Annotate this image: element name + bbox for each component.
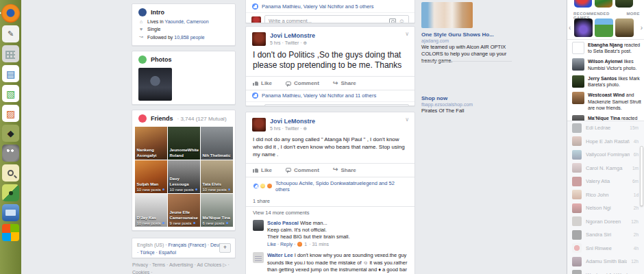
contacts-card-icon[interactable]	[2, 204, 19, 221]
ticker-story[interactable]: Westcoast Wind and Mackenzie Samuel Stru…	[572, 92, 642, 111]
ad-title[interactable]: One Style Guru Shows Ho...	[421, 32, 512, 38]
game-icon[interactable]	[574, 0, 592, 8]
ad-image[interactable]	[421, 2, 473, 28]
add-language-button[interactable]: +	[219, 243, 231, 253]
author-name[interactable]: Jovi LeMonstre	[270, 32, 315, 39]
game-thumbnail[interactable]	[595, 18, 613, 37]
game-thumbnail[interactable]	[574, 18, 593, 37]
carousel-left-arrow[interactable]: ‹	[569, 24, 571, 32]
gimp-icon[interactable]	[2, 145, 19, 162]
document-search-icon[interactable]	[2, 164, 19, 182]
chat-contact[interactable]: Ngoran Doreen12h	[567, 215, 644, 229]
comment-input[interactable]: Write a comment... ☺	[264, 15, 409, 23]
commenter-avatar[interactable]	[253, 220, 264, 231]
share-button[interactable]: ↪Share	[333, 167, 356, 173]
chat-contact[interactable]: Carol N. Kamga1m	[567, 162, 644, 175]
comment-input[interactable]: Write a comment... ☺	[264, 104, 409, 106]
friend-tile[interactable]: Nankeng Asongafyi	[135, 127, 167, 160]
like-summary[interactable]: Panama Mathieu, Valery Val Nchifor and 5…	[246, 1, 414, 12]
ticker-actor[interactable]: Wilson Ayienwi	[588, 59, 623, 64]
chat-scrollbar[interactable]	[640, 146, 643, 206]
reaction-summary[interactable]: Tchoupou Achile, Spido Donkwatatruelegen…	[246, 177, 414, 195]
comment-like-reply[interactable]: Like · Reply ·	[267, 241, 295, 247]
friend-tile[interactable]: D'Jay Kas10 new posts	[135, 194, 167, 227]
friend-tile[interactable]: Suljah Man10 new posts	[135, 160, 167, 193]
comment-button[interactable]: Comment	[286, 80, 319, 86]
viewer-avatar[interactable]	[251, 16, 261, 24]
ticker-actor[interactable]: Ebangha Njang	[588, 42, 623, 47]
friend-tile[interactable]: Tata Elvis10 new posts	[201, 160, 233, 193]
commenter-avatar[interactable]	[253, 252, 264, 263]
attach-photo-icon[interactable]	[389, 18, 396, 23]
geo-tool-icon[interactable]	[2, 184, 19, 201]
photos-title[interactable]: Photos	[151, 56, 172, 63]
share-button[interactable]: ↪Share	[333, 80, 356, 86]
comment-time[interactable]: · 31 mins	[309, 241, 329, 247]
ticker-story[interactable]: Ebangha Njang reacted to Seta Beatz's po…	[572, 42, 642, 54]
chat-contact[interactable]: Weekend Ad Wash	[567, 269, 644, 274]
chat-contact[interactable]: Valery Atia6m	[567, 175, 644, 188]
ad-url[interactable]: ajadang.com	[421, 38, 512, 43]
ticker-story[interactable]: Wilson Ayienwi likes Numbisi Victor's ph…	[572, 58, 642, 71]
ticker-avatar	[572, 42, 584, 54]
author-avatar[interactable]	[252, 32, 266, 46]
comment-button[interactable]: Comment	[286, 167, 319, 173]
friend-tile[interactable]: Ma'Nique Tina6 new posts	[201, 194, 233, 227]
followers-link[interactable]: 10,858 people	[174, 35, 204, 40]
chat-last-active: 2h	[634, 206, 639, 210]
friend-tile[interactable]: JeunomeWhite Roland	[168, 127, 200, 160]
chat-contact[interactable]: Sandra Siri2h	[567, 228, 644, 242]
like-reaction-icon	[253, 183, 259, 189]
libreoffice-impress-icon[interactable]: ▨	[2, 105, 19, 122]
chat-contact[interactable]: Edi Ledrae15m	[567, 121, 644, 135]
ticker-panel: RECOMMENDED GAMES MORE ‹ › Ebangha Njang…	[567, 0, 644, 274]
like-button[interactable]: Like	[253, 80, 272, 86]
author-avatar[interactable]	[252, 118, 266, 132]
ad-title[interactable]: Shop now	[421, 95, 512, 101]
lives-in-link[interactable]: Yaoundé, Cameroon	[165, 19, 209, 24]
commenter-name[interactable]: Scalo Pascal	[267, 220, 299, 226]
friends-title[interactable]: Friends	[151, 115, 173, 122]
like-summary[interactable]: Panama Mathieu, Valery Val Nchifor and 1…	[246, 90, 414, 101]
friend-tile[interactable]: Jeune Elle Camerounaise9 new posts	[168, 194, 200, 227]
ticker-story[interactable]: Jerry Santos likes Mark Bareta's photo.	[572, 75, 642, 88]
like-button[interactable]: Like	[253, 167, 272, 173]
post-meta[interactable]: 5 hrs · Twitter ·	[270, 40, 302, 45]
chat-contact[interactable]: Adamu Smith Bala12h	[567, 255, 644, 269]
chat-contact[interactable]: Nelson Ngi2h	[567, 201, 644, 215]
chat-contact[interactable]: Hope E Jah Rastafari4h	[567, 135, 644, 149]
share-count[interactable]: 1 share	[246, 195, 414, 206]
post-options-button[interactable]: ∨	[405, 31, 409, 37]
viewer-avatar[interactable]	[251, 105, 261, 107]
carousel-right-arrow[interactable]: ›	[641, 24, 643, 32]
ticker-actor[interactable]: Westcoast Wind	[588, 92, 625, 97]
chat-contact[interactable]: Snl Rinwee4h	[567, 242, 644, 256]
view-more-comments[interactable]: View 14 more comments	[246, 206, 414, 219]
footer-links-line1[interactable]: Privacy · Terms · Advertising · Ad Choic…	[132, 262, 236, 274]
chat-name: Carol N. Kamga	[586, 165, 628, 171]
game-thumbnail[interactable]	[615, 18, 634, 37]
post-actions: Like Comment ↪Share	[246, 76, 414, 90]
post-options-button[interactable]: ∨	[405, 116, 409, 123]
ad-url[interactable]: fbapp.ezsocialshop.com	[421, 102, 512, 107]
libreoffice-calc-icon[interactable]: ▧	[2, 85, 19, 102]
heart-icon: ♥	[138, 27, 144, 32]
game-icon[interactable]	[595, 0, 612, 8]
friend-tile[interactable]: Nih Thelimatic	[201, 127, 233, 160]
game-icon[interactable]	[615, 0, 633, 8]
chat-contact[interactable]: Rico John1d	[567, 188, 644, 202]
commenter-name[interactable]: Walter Lee	[267, 252, 293, 258]
ticker-actor[interactable]: Jerry Santos	[588, 76, 617, 81]
photo-thumbnail[interactable]	[138, 68, 172, 101]
text-editor-icon[interactable]: ✎	[2, 25, 19, 42]
emoji-picker-icon[interactable]: ☺	[399, 18, 405, 24]
author-name[interactable]: Jovi LeMonstre	[270, 118, 315, 125]
firefox-icon[interactable]	[1, 4, 20, 23]
chat-contact[interactable]: Vallycool Fominyam6h	[567, 148, 644, 162]
libreoffice-writer-icon[interactable]: ▤	[2, 65, 19, 82]
friend-tile[interactable]: Davy Lessouga10 new posts	[168, 160, 200, 193]
calculator-icon[interactable]	[2, 45, 19, 62]
windows-icon[interactable]	[2, 224, 19, 241]
inkscape-icon[interactable]: ◆	[2, 125, 19, 142]
post-meta[interactable]: 5 hrs · Twitter ·	[270, 126, 302, 131]
